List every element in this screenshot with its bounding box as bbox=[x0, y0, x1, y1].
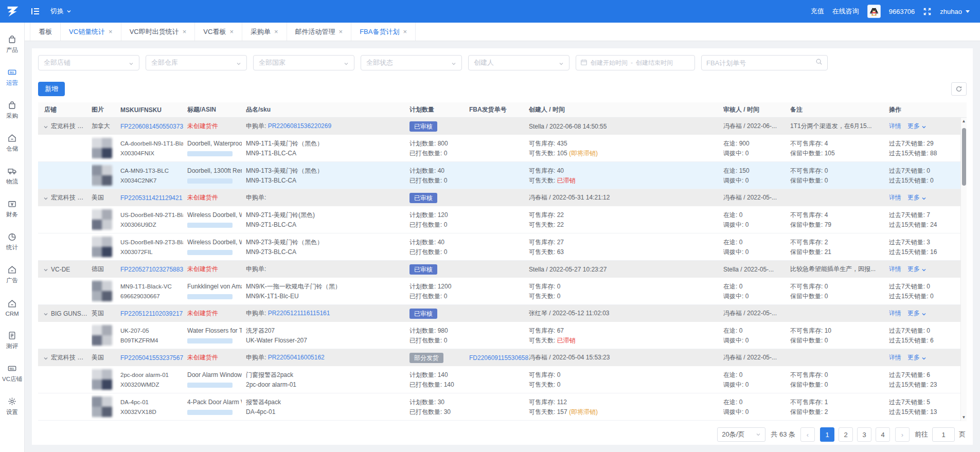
recharge-link[interactable]: 充值 bbox=[811, 7, 824, 16]
scrollbar-track[interactable] bbox=[961, 125, 967, 414]
user-menu[interactable]: zhuhao bbox=[940, 8, 970, 15]
detail-link[interactable]: 详情 bbox=[889, 309, 901, 318]
sidebar-item-广告[interactable]: 广告 bbox=[0, 258, 24, 291]
sidebar-item-CRM[interactable]: CRM bbox=[0, 291, 24, 324]
product-row: DA-4pc-01X0032VX18D4-Pack Door Alarm Win… bbox=[38, 393, 967, 421]
sidebar-item-运营[interactable]: SEL运营 bbox=[0, 61, 24, 94]
sidebar-item-VC店铺[interactable]: SELVC店铺 bbox=[0, 357, 24, 390]
fullscreen-icon[interactable] bbox=[923, 7, 932, 16]
detail-link[interactable]: 详情 bbox=[889, 193, 901, 202]
qq-avatar-icon[interactable] bbox=[867, 5, 881, 18]
cell-line: 不可售库存: 4 bbox=[790, 210, 885, 220]
goto-page-input[interactable] bbox=[932, 427, 955, 442]
collapse-caret-icon[interactable] bbox=[43, 355, 48, 360]
tab-label: FBA备货计划 bbox=[360, 27, 399, 37]
po-no-link[interactable]: PR22050416005162 bbox=[268, 354, 325, 361]
shipment-flag-cell: 未创建货件 bbox=[187, 265, 246, 274]
unsellable-cell: 不可售库存: 0保留中数量: 0 bbox=[790, 366, 889, 393]
more-label: 更多 bbox=[907, 353, 920, 362]
filter-select-全部仓库[interactable]: 全部仓库 bbox=[146, 55, 247, 70]
cell-line: MN9-2T1-美规门铃(黑色) bbox=[246, 210, 405, 220]
tab-VC看板[interactable]: VC看板× bbox=[195, 23, 242, 41]
remark-cell: 1T1分两个渠道发，在6月15... bbox=[790, 122, 889, 131]
po-no-link[interactable]: PR2206081536220269 bbox=[268, 122, 331, 130]
tab-close-icon[interactable]: × bbox=[109, 28, 113, 35]
next-page-button[interactable]: › bbox=[895, 427, 910, 442]
more-link[interactable]: 更多 bbox=[907, 193, 926, 202]
tab-close-icon[interactable]: × bbox=[183, 28, 187, 35]
plan-no-link[interactable]: FP2206081450550373 bbox=[120, 123, 183, 130]
page-button-4[interactable]: 4 bbox=[876, 427, 890, 442]
collapse-caret-icon[interactable] bbox=[43, 267, 48, 272]
tab-VC销量统计[interactable]: VC销量统计× bbox=[61, 23, 121, 41]
sidebar-item-统计[interactable]: 统计 bbox=[0, 225, 24, 258]
scrollbar-thumb[interactable] bbox=[962, 128, 966, 186]
menu-toggle-icon[interactable] bbox=[30, 6, 41, 17]
sellable-days-line: 可售天数: 0 bbox=[529, 292, 719, 301]
date-range-picker[interactable]: 创建开始时间-创建结束时间 bbox=[576, 55, 695, 70]
filter-select-全部国家[interactable]: 全部国家 bbox=[253, 55, 354, 70]
sidebar-item-物流[interactable]: 物流 bbox=[0, 159, 24, 192]
sidebar-item-采购[interactable]: 采购 bbox=[0, 94, 24, 126]
tab-close-icon[interactable]: × bbox=[274, 28, 278, 35]
filter-select-全部店铺[interactable]: 全部店铺 bbox=[38, 55, 139, 70]
plan-no-search-input[interactable] bbox=[706, 59, 804, 67]
tab-close-icon[interactable]: × bbox=[229, 28, 234, 35]
tab-采购单[interactable]: 采购单× bbox=[242, 23, 287, 41]
po-no-link[interactable]: PR2205121116115161 bbox=[268, 310, 330, 317]
sidebar-item-label: 设置 bbox=[6, 408, 18, 416]
sidebar-item-产品[interactable]: 产品 bbox=[0, 28, 24, 61]
product-image bbox=[92, 325, 112, 346]
empty-cell bbox=[469, 135, 529, 161]
refresh-button[interactable] bbox=[951, 82, 967, 96]
filter-select-创建人[interactable]: 创建人 bbox=[468, 55, 569, 70]
workspace-switcher[interactable]: 切换 bbox=[50, 7, 72, 16]
page-button-3[interactable]: 3 bbox=[857, 427, 871, 442]
page-button-2[interactable]: 2 bbox=[839, 427, 853, 442]
prev-page-button[interactable]: ‹ bbox=[800, 427, 815, 442]
support-link[interactable]: 在线咨询 bbox=[832, 7, 859, 16]
page-button-1[interactable]: 1 bbox=[820, 427, 834, 442]
more-label: 更多 bbox=[907, 193, 920, 202]
tab-close-icon[interactable]: × bbox=[403, 28, 407, 35]
vertical-scrollbar[interactable]: ▲▼ bbox=[960, 118, 967, 421]
sidebar-item-设置[interactable]: 设置 bbox=[0, 390, 24, 423]
add-button[interactable]: 新增 bbox=[38, 82, 65, 96]
collapse-caret-icon[interactable] bbox=[43, 124, 48, 129]
plan-no-link[interactable]: FP2205121102039217 bbox=[120, 310, 183, 317]
cell-line: 过去15天销量: 13 bbox=[889, 407, 963, 417]
more-link[interactable]: 更多 bbox=[907, 353, 926, 362]
scroll-down-icon[interactable]: ▼ bbox=[962, 414, 966, 421]
shipment-flag: 未创建货件 bbox=[187, 122, 218, 130]
sidebar-item-财务[interactable]: 财务 bbox=[0, 192, 24, 225]
more-link[interactable]: 更多 bbox=[907, 309, 926, 318]
tab-VC即时出货统计[interactable]: VC即时出货统计× bbox=[121, 23, 195, 41]
plan-no-link[interactable]: FP2205041553237567 bbox=[120, 354, 183, 361]
fba-shipment-no-link[interactable]: FD2206091155306581 bbox=[469, 354, 529, 361]
more-link[interactable]: 更多 bbox=[907, 265, 926, 274]
transit-cell: 在途: 0调拨中: 0 bbox=[723, 393, 790, 420]
tab-邮件活动管理[interactable]: 邮件活动管理× bbox=[287, 23, 352, 41]
app-logo-icon[interactable] bbox=[5, 4, 21, 19]
detail-link[interactable]: 详情 bbox=[889, 353, 901, 362]
plan-no-link[interactable]: FP2205311421129421 bbox=[120, 194, 182, 202]
collapse-caret-icon[interactable] bbox=[43, 311, 48, 316]
sidebar-item-仓储[interactable]: 仓储 bbox=[0, 126, 24, 159]
tab-close-icon[interactable]: × bbox=[339, 28, 343, 35]
detail-link[interactable]: 详情 bbox=[889, 265, 901, 274]
collapse-caret-icon[interactable] bbox=[43, 195, 48, 201]
stagnant-tag: 已滞销 bbox=[557, 177, 576, 184]
plan-no-link[interactable]: FP2205271023275883 bbox=[120, 266, 183, 273]
page-size-select[interactable]: 20条/页 bbox=[717, 427, 765, 442]
filter-select-全部状态[interactable]: 全部状态 bbox=[361, 55, 462, 70]
store-name: 宏览科技 Surf... bbox=[51, 122, 87, 131]
more-link[interactable]: 更多 bbox=[907, 122, 926, 131]
cell-line: 过去7天销量: 0 bbox=[889, 166, 963, 176]
tab-FBA备货计划[interactable]: FBA备货计划× bbox=[351, 23, 416, 41]
detail-link[interactable]: 详情 bbox=[889, 122, 901, 131]
scroll-up-icon[interactable]: ▲ bbox=[962, 118, 966, 125]
tab-label: 邮件活动管理 bbox=[295, 27, 335, 37]
product-row: CA-MN9-1T3-BLCX0034C2NK7Doorbell, 1300ft… bbox=[38, 162, 967, 189]
sidebar-item-测评[interactable]: 测评 bbox=[0, 324, 24, 357]
tab-看板[interactable]: 看板 bbox=[30, 23, 61, 41]
